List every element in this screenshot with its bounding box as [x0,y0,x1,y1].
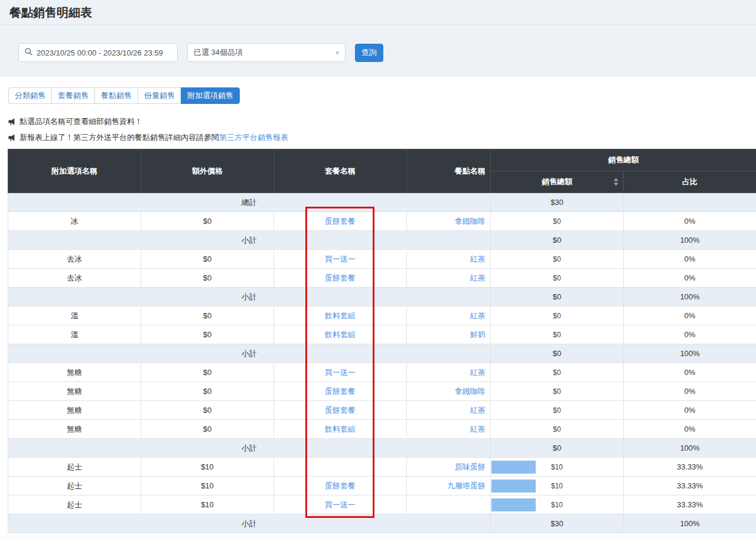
meal-link[interactable]: 鮮奶 [470,330,485,339]
summary-label-cell: 小計 [8,344,491,363]
combo-link[interactable]: 蛋餅套餐 [325,273,356,282]
megaphone-icon [8,133,16,142]
sales-amount-cell: $0 [491,231,624,250]
combo-link[interactable]: 飲料套組 [325,330,356,339]
header-sales-label: 銷售總額 [542,177,572,186]
combo-link[interactable]: 蛋餅套餐 [325,406,356,415]
items-select[interactable]: 已選 34個品項 ▾ [187,43,346,62]
notice-link[interactable]: 第三方平台銷售報表 [219,133,288,142]
price-cell: $0 [141,401,274,420]
meal-link[interactable]: 九層塔蛋餅 [447,481,485,490]
summary-label-cell: 小計 [8,288,491,307]
option-cell: 無糖 [8,420,141,439]
meal-cell: 紅茶 [407,250,491,269]
combo-cell: 蛋餅套餐 [274,382,407,401]
meal-cell [407,495,491,514]
share-cell: 100% [624,288,756,307]
meal-link[interactable]: 拿鐵咖啡 [455,387,485,396]
combo-link[interactable]: 蛋餅套餐 [325,481,356,490]
sales-amount-value: $0 [553,387,561,396]
sales-amount-value: $10 [551,463,563,471]
sales-amount-cell: $10 [491,458,624,477]
option-cell: 起士 [8,495,141,514]
summary-label-cell: 小計 [8,231,491,250]
price-cell: $0 [141,212,274,231]
sales-amount-cell: $0 [491,325,624,344]
meal-link[interactable]: 紅茶 [470,425,485,433]
table-row: 起士$10買一送一$1033.33% [8,495,756,514]
content-panel: 分類銷售套餐銷售餐點銷售份量銷售附加選項銷售 點選品項名稱可查看細部銷售資料！新… [0,77,756,537]
meal-link[interactable]: 紅茶 [470,406,485,415]
table-row: 無糖$0蛋餅套餐紅茶$00% [8,401,756,420]
price-cell: $10 [141,495,274,514]
combo-link[interactable]: 飲料套組 [325,425,356,433]
share-cell: 100% [624,344,756,363]
sales-amount-value: $0 [553,312,561,320]
table-row: 溫$0飲料套組鮮奶$00% [8,325,756,344]
meal-link[interactable]: 原味蛋餅 [455,462,485,471]
combo-cell: 蛋餅套餐 [274,477,407,495]
combo-cell: 買一送一 [274,363,407,382]
table-body: 總計$30冰$0蛋餅套餐拿鐵咖啡$00%小計$0100%去冰$0買一送一紅茶$0… [8,193,756,533]
sales-amount-value: $0 [553,406,561,415]
meal-cell: 紅茶 [407,307,491,325]
meal-cell: 原味蛋餅 [407,458,491,477]
header-combo: 套餐名稱 [274,149,407,193]
meal-cell: 紅茶 [407,401,491,420]
combo-cell: 買一送一 [274,250,407,269]
tab-5[interactable]: 附加選項銷售 [181,87,240,104]
tab-1[interactable]: 分類銷售 [8,87,52,104]
combo-cell: 飲料套組 [274,420,407,439]
tab-3[interactable]: 餐點銷售 [94,87,138,104]
combo-link[interactable]: 買一送一 [325,500,356,509]
sales-amount-cell: $10 [491,495,624,514]
combo-link[interactable]: 買一送一 [325,255,356,263]
table-row: 去冰$0買一送一紅茶$00% [8,250,756,269]
combo-link[interactable]: 飲料套組 [325,311,356,320]
sales-bar [491,480,536,493]
page-header: 餐點銷售明細表 [0,0,756,25]
meal-link[interactable]: 紅茶 [470,368,485,377]
table-header: 附加選項名稱 額外價格 套餐名稱 餐點名稱 銷售總額 銷售總額 占比 [8,149,756,193]
sales-amount-value: $0 [553,331,561,339]
sales-amount-cell: $0 [491,382,624,401]
sales-amount-cell: $0 [491,344,624,363]
combo-link[interactable]: 蛋餅套餐 [325,387,356,396]
sales-amount-cell: $30 [491,193,624,212]
table-row: 去冰$0蛋餅套餐紅茶$00% [8,269,756,288]
meal-link[interactable]: 紅茶 [470,311,485,320]
meal-cell: 紅茶 [407,269,491,288]
combo-link[interactable]: 買一送一 [325,368,356,377]
sort-icon[interactable] [614,178,618,186]
share-cell: 0% [624,401,756,420]
price-cell: $0 [141,382,274,401]
header-option: 附加選項名稱 [8,149,141,193]
meal-link[interactable]: 紅茶 [470,255,485,263]
share-cell: 0% [624,325,756,344]
header-price: 額外價格 [141,149,274,193]
share-cell: 33.33% [624,477,756,495]
table-row: 無糖$0蛋餅套餐拿鐵咖啡$00% [8,382,756,401]
meal-cell: 九層塔蛋餅 [407,477,491,495]
combo-link[interactable]: 蛋餅套餐 [325,217,356,226]
date-range-input[interactable]: 2023/10/25 00:00 - 2023/10/26 23:59 [18,43,178,62]
header-share: 占比 [624,171,756,193]
sales-amount-cell: $0 [491,250,624,269]
subtotal-row: 小計$30100% [8,514,756,533]
tab-4[interactable]: 份量銷售 [138,87,181,104]
combo-cell [274,458,407,477]
header-sales-amount[interactable]: 銷售總額 [491,171,624,193]
search-button[interactable]: 查詢 [355,44,383,62]
combo-cell: 蛋餅套餐 [274,212,407,231]
meal-link[interactable]: 拿鐵咖啡 [455,217,485,226]
share-cell: 0% [624,250,756,269]
meal-link[interactable]: 紅茶 [470,273,485,282]
option-cell: 無糖 [8,363,141,382]
table-row: 無糖$0飲料套組紅茶$00% [8,420,756,439]
combo-cell: 蛋餅套餐 [274,401,407,420]
tab-2[interactable]: 套餐銷售 [51,87,95,104]
share-cell: 100% [624,514,756,533]
share-cell: 33.33% [624,458,756,477]
sales-amount-cell: $0 [491,269,624,288]
sales-amount-value: $0 [553,217,561,226]
